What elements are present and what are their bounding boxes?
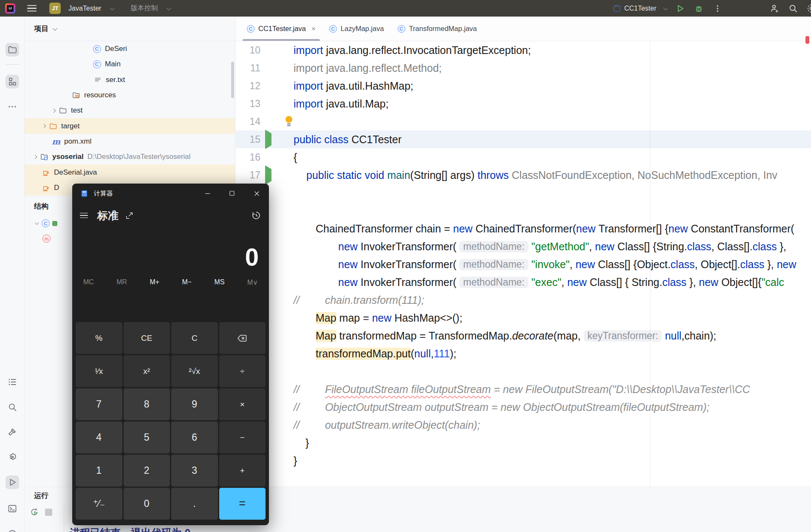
code-line[interactable]: Map map = new HashMap<>();	[236, 309, 811, 327]
tab-cc1tester-java[interactable]: CCC1Tester.java×	[240, 17, 322, 41]
calculator-menu-icon[interactable]	[80, 213, 88, 218]
calc-button-¹∕x[interactable]: ¹∕x	[76, 355, 122, 387]
tree-item-deseri[interactable]: CDeSeri	[25, 41, 235, 57]
calc-backspace-button[interactable]	[219, 322, 266, 354]
tree-item-pom-xml[interactable]: mpom.xml	[25, 134, 235, 149]
code-line[interactable]: 16{	[236, 148, 811, 166]
code-line[interactable]: new InvokerTransformer( methodName: "inv…	[236, 255, 811, 273]
calc-button-1[interactable]: 1	[76, 455, 122, 487]
chevron-right-icon[interactable]	[33, 155, 37, 159]
tree-item-ser-txt[interactable]: ser.txt	[25, 72, 235, 88]
code-line[interactable]: 12import java.util.HashMap;	[236, 77, 811, 95]
tree-item-main[interactable]: CMain	[25, 57, 235, 72]
calc-button-=[interactable]: =	[219, 488, 266, 520]
rail-terminal-icon[interactable]	[6, 502, 19, 515]
calc-button-x²[interactable]: x²	[124, 355, 170, 387]
settings-gear-icon[interactable]	[807, 3, 811, 14]
code-line[interactable]: }	[236, 452, 811, 470]
code-line[interactable]: transformedMap.put(null,111);	[236, 345, 811, 362]
tree-item-test[interactable]: test	[25, 103, 235, 118]
search-everywhere-icon[interactable]	[788, 3, 798, 14]
rail-modules-icon[interactable]	[6, 75, 19, 88]
tab-lazymap-java[interactable]: CLazyMap.java	[322, 17, 391, 41]
calc-button-⁺⁄₋[interactable]: ⁺⁄₋	[76, 488, 122, 520]
calc-button-²√x[interactable]: ²√x	[171, 355, 218, 387]
rail-hammer-icon[interactable]	[6, 425, 19, 439]
calc-button-2[interactable]: 2	[124, 455, 170, 487]
calc-button-6[interactable]: 6	[171, 422, 218, 453]
code-line[interactable]: 15public class CC1Tester	[236, 130, 811, 148]
calc-button-8[interactable]: 8	[124, 388, 170, 420]
memory-button-mc[interactable]: MC	[83, 278, 94, 286]
code-line[interactable]: //ObjectOutputStream outputStream = new …	[236, 398, 811, 416]
project-badge[interactable]: JT	[49, 3, 61, 14]
intention-bulb-icon[interactable]	[284, 116, 294, 127]
tab-transformedmap-java[interactable]: CTransformedMap.java	[391, 17, 484, 41]
rail-folder-icon[interactable]	[6, 43, 19, 57]
run-line-icon[interactable]	[265, 169, 271, 181]
code-line[interactable]: 17public static void main(String[] args)…	[236, 166, 811, 184]
close-tab-icon[interactable]: ×	[311, 25, 316, 33]
code-line[interactable]: //chain.transform(111);	[236, 291, 811, 309]
memory-button-m[interactable]: M∨	[247, 278, 258, 286]
code-editor[interactable]: 10import java.lang.reflect.InvocationTar…	[236, 41, 811, 487]
code-line[interactable]: 14	[236, 113, 811, 130]
code-line[interactable]: }	[236, 434, 811, 452]
calculator-titlebar[interactable]: 计算器	[72, 184, 269, 203]
code-line[interactable]	[236, 184, 811, 202]
rail-services-icon[interactable]	[6, 450, 19, 464]
calc-button-−[interactable]: −	[219, 422, 266, 453]
code-line[interactable]: 11import java.lang.reflect.Method;	[236, 59, 811, 77]
rail-todo-list-icon[interactable]	[6, 375, 19, 389]
chevron-right-icon[interactable]	[42, 124, 46, 128]
rerun-button[interactable]	[30, 507, 39, 517]
chevron-right-icon[interactable]	[52, 108, 56, 113]
code-line[interactable]: new InvokerTransformer( methodName: "exe…	[236, 273, 811, 291]
calc-button-9[interactable]: 9	[171, 388, 218, 420]
keep-on-top-icon[interactable]	[125, 211, 134, 220]
calc-button-%[interactable]: %	[76, 322, 122, 354]
minimize-button[interactable]	[195, 184, 220, 203]
tree-item-ysoserial[interactable]: ysoserialD:\Desktop\JavaTester\ysoserial	[25, 149, 235, 164]
code-with-me-icon[interactable]	[769, 3, 780, 14]
calc-button-7[interactable]: 7	[76, 388, 122, 420]
calculator-window[interactable]: 计算器 标准 0 MCMRM+M−MSM∨ %CEC¹∕xx²²√x÷789×4…	[72, 184, 269, 525]
calc-button-0[interactable]: 0	[124, 488, 170, 520]
project-name[interactable]: JavaTester	[68, 5, 101, 12]
close-button[interactable]	[244, 184, 269, 203]
editor-area[interactable]: CCC1Tester.java×CLazyMap.javaCTransforme…	[236, 17, 811, 487]
rail-search-icon[interactable]	[6, 400, 19, 414]
maximize-button[interactable]	[220, 184, 244, 203]
run-configuration-selector[interactable]: CC1Tester	[613, 5, 667, 12]
calc-button-×[interactable]: ×	[219, 388, 266, 420]
debug-button[interactable]	[694, 3, 704, 14]
stop-button[interactable]	[45, 509, 52, 516]
memory-button-ms[interactable]: MS	[215, 278, 225, 286]
main-menu-icon[interactable]	[27, 5, 37, 12]
code-line[interactable]: Map transformedMap = TransformedMap.deco…	[236, 327, 811, 345]
code-line[interactable]: 13import java.util.Map;	[236, 95, 811, 113]
rail-problems-icon[interactable]	[6, 527, 19, 532]
tree-scrollbar[interactable]	[231, 62, 234, 98]
code-line[interactable]: //outputStream.writeObject(chain);	[236, 416, 811, 434]
run-line-icon[interactable]	[265, 133, 271, 146]
memory-button-mr[interactable]: MR	[116, 278, 127, 286]
memory-button-m[interactable]: M+	[150, 278, 160, 286]
calc-button-CE[interactable]: CE	[124, 322, 170, 354]
calc-button-C[interactable]: C	[171, 322, 218, 354]
run-button[interactable]	[675, 3, 685, 14]
rail-more-icon[interactable]	[6, 100, 19, 113]
project-panel-header[interactable]: 项目	[25, 17, 235, 41]
code-line[interactable]: ChainedTransformer chain = new ChainedTr…	[236, 220, 811, 238]
history-icon[interactable]	[251, 210, 261, 221]
tree-item-target[interactable]: target	[25, 118, 235, 133]
calc-button-+[interactable]: +	[219, 455, 266, 487]
calc-button-÷[interactable]: ÷	[219, 355, 266, 387]
tree-item-resources[interactable]: resources	[25, 88, 235, 103]
code-line[interactable]: new InvokerTransformer( methodName: "get…	[236, 238, 811, 255]
calc-button-4[interactable]: 4	[76, 422, 122, 453]
code-line[interactable]	[236, 202, 811, 220]
code-line[interactable]	[236, 362, 811, 380]
calculator-mode-label[interactable]: 标准	[97, 209, 119, 223]
calc-button-3[interactable]: 3	[171, 455, 218, 487]
